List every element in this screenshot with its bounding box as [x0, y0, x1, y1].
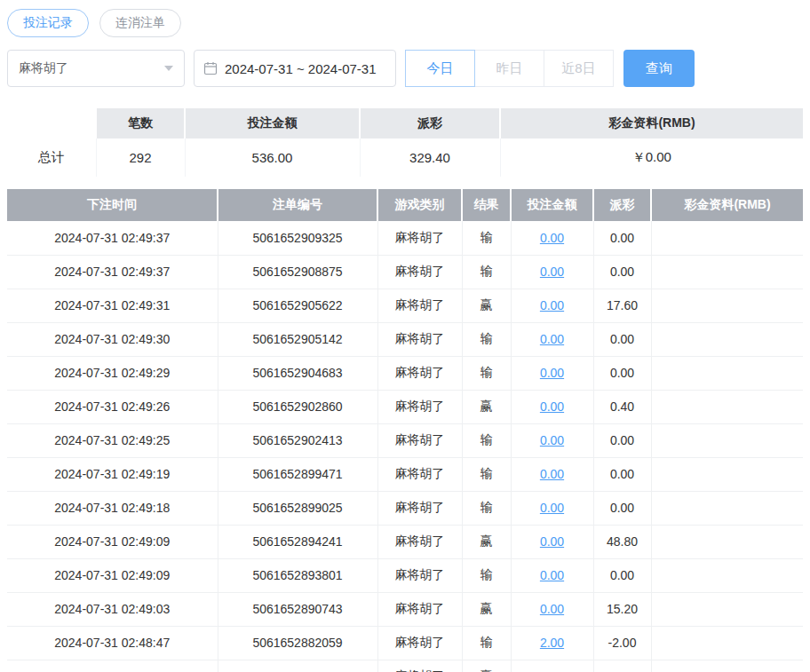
cell-game-type: 麻将胡了 [377, 221, 462, 255]
cell-bet-id: 5061652893801 [218, 558, 377, 592]
cell-bet-id: 5061652890743 [218, 592, 377, 626]
tab-betting-records[interactable]: 投注记录 [7, 9, 89, 37]
bet-table-header-cell: 注单编号 [218, 189, 377, 221]
cell-bet-amount: 0.00 [511, 423, 593, 457]
cell-result: 输 [462, 221, 511, 255]
cell-result: 赢 [462, 390, 511, 423]
cell-game-type: 麻将胡了 [377, 356, 462, 390]
cell-bet-id: 5061652882059 [218, 626, 377, 660]
bet-amount-link[interactable]: 0.00 [540, 602, 564, 616]
tab-cancelled-orders[interactable]: 连消注单 [99, 9, 181, 37]
bet-table-header-cell: 派彩 [593, 189, 651, 221]
cell-game-type: 麻将胡了 [377, 626, 462, 660]
cell-result: 赢 [462, 525, 511, 558]
bet-records-table: 下注时间注单编号游戏类别结果投注金额派彩彩金资料(RMB) 2024-07-31… [7, 189, 803, 672]
summary-header-cell: 彩金资料(RMB) [500, 108, 803, 138]
summary-total-label: 总计 [7, 138, 96, 177]
summary-header-cell: 投注金额 [185, 108, 360, 138]
cell-bet-amount: 0.00 [511, 255, 593, 289]
bet-amount-link[interactable]: 0.00 [540, 501, 564, 515]
query-button[interactable]: 查询 [623, 50, 695, 87]
cell-result: 赢 [462, 592, 511, 626]
bet-amount-link[interactable]: 0.00 [540, 399, 564, 414]
bet-table-header-cell: 游戏类别 [377, 189, 462, 221]
cell-payout: 0.80 [593, 660, 651, 672]
summary-total-bet: 536.00 [185, 138, 360, 177]
cell-game-type: 麻将胡了 [377, 289, 462, 322]
cell-bet-id: 5061652899025 [218, 491, 377, 525]
cell-bet-amount: 0.00 [511, 322, 593, 356]
today-button[interactable]: 今日 [405, 50, 475, 87]
cell-bet-time: 2024-07-31 02:49:30 [7, 322, 218, 356]
cell-bet-amount: 0.00 [511, 592, 593, 626]
cell-bet-id: 5061652908875 [218, 255, 377, 289]
cell-bet-amount: 0.00 [511, 221, 593, 255]
cell-bet-time: 2024-07-31 02:49:37 [7, 221, 218, 255]
bet-table-header-cell: 彩金资料(RMB) [651, 189, 803, 221]
game-select-value: 麻将胡了 [19, 60, 68, 76]
bet-table-header-cell: 下注时间 [7, 189, 218, 221]
bet-table-header-row: 下注时间注单编号游戏类别结果投注金额派彩彩金资料(RMB) [7, 189, 803, 221]
cell-payout: 15.20 [593, 592, 651, 626]
cell-payout: 48.80 [593, 525, 651, 558]
cell-payout: 0.00 [593, 255, 651, 289]
cell-bet-time: 2024-07-31 02:48:40 [7, 660, 218, 672]
bet-amount-link[interactable]: 0.00 [540, 433, 564, 447]
cell-bet-id: 5061652894241 [218, 525, 377, 558]
last-8-days-button[interactable]: 近8日 [544, 50, 614, 87]
cell-bet-amount: 2.00 [511, 660, 593, 672]
cell-bet-id: 5061652904683 [218, 356, 377, 390]
cell-result: 输 [462, 457, 511, 491]
bet-amount-link[interactable]: 0.00 [540, 332, 564, 346]
filter-bar: 麻将胡了 2024-07-31 ~ 2024-07-31 今日 昨日 近8日 查… [7, 50, 803, 87]
quick-range-group: 今日 昨日 近8日 [405, 50, 614, 87]
bet-amount-link[interactable]: 2.00 [540, 636, 564, 650]
cell-bonus [651, 558, 803, 592]
summary-header-row: 笔数投注金额派彩彩金资料(RMB) [7, 108, 803, 138]
cell-bonus [651, 255, 803, 289]
cell-bet-time: 2024-07-31 02:49:25 [7, 423, 218, 457]
table-row: 2024-07-31 02:49:195061652899471麻将胡了输0.0… [7, 457, 803, 491]
cell-bonus [651, 221, 803, 255]
cell-result: 输 [462, 356, 511, 390]
cell-bet-amount: 0.00 [511, 289, 593, 322]
table-row: 2024-07-31 02:49:035061652890743麻将胡了赢0.0… [7, 592, 803, 626]
cell-bonus [651, 322, 803, 356]
cell-bet-id: 5061652905622 [218, 289, 377, 322]
bet-table-body: 2024-07-31 02:49:375061652909325麻将胡了输0.0… [7, 221, 803, 672]
bet-amount-link[interactable]: 0.00 [540, 467, 564, 481]
yesterday-button[interactable]: 昨日 [474, 50, 544, 87]
cell-game-type: 麻将胡了 [377, 390, 462, 423]
cell-bet-id: 5061652902413 [218, 423, 377, 457]
cell-game-type: 麻将胡了 [377, 322, 462, 356]
bet-amount-link[interactable]: 0.00 [540, 298, 564, 312]
bet-amount-link[interactable]: 0.00 [540, 366, 564, 380]
game-select[interactable]: 麻将胡了 [7, 50, 185, 87]
cell-payout: 0.00 [593, 491, 651, 525]
summary-header-cell: 笔数 [96, 108, 185, 138]
cell-result: 输 [462, 322, 511, 356]
summary-total-row: 总计 292 536.00 329.40 ￥0.00 [7, 138, 803, 177]
cell-bet-amount: 2.00 [511, 626, 593, 660]
tabs: 投注记录 连消注单 [7, 9, 803, 37]
bet-amount-link[interactable]: 0.00 [540, 265, 564, 279]
bet-amount-link[interactable]: 0.00 [540, 231, 564, 245]
cell-bet-time: 2024-07-31 02:48:47 [7, 626, 218, 660]
table-row: 2024-07-31 02:48:405061652878382麻将胡了赢2.0… [7, 660, 803, 672]
cell-game-type: 麻将胡了 [377, 592, 462, 626]
cell-game-type: 麻将胡了 [377, 558, 462, 592]
cell-bet-time: 2024-07-31 02:49:31 [7, 289, 218, 322]
calendar-icon [203, 61, 218, 75]
cell-game-type: 麻将胡了 [377, 525, 462, 558]
cell-bet-amount: 0.00 [511, 558, 593, 592]
bet-amount-link[interactable]: 0.00 [540, 534, 564, 549]
summary-header-cell: 派彩 [360, 108, 500, 138]
cell-payout: 0.00 [593, 356, 651, 390]
betting-records-page: 投注记录 连消注单 麻将胡了 2024-07-31 ~ 2024-07-31 今… [0, 0, 810, 672]
cell-game-type: 麻将胡了 [377, 491, 462, 525]
date-range-picker[interactable]: 2024-07-31 ~ 2024-07-31 [194, 50, 396, 87]
bet-amount-link[interactable]: 0.00 [540, 568, 564, 582]
cell-bet-time: 2024-07-31 02:49:03 [7, 592, 218, 626]
cell-bet-id: 5061652909325 [218, 221, 377, 255]
cell-bonus [651, 289, 803, 322]
